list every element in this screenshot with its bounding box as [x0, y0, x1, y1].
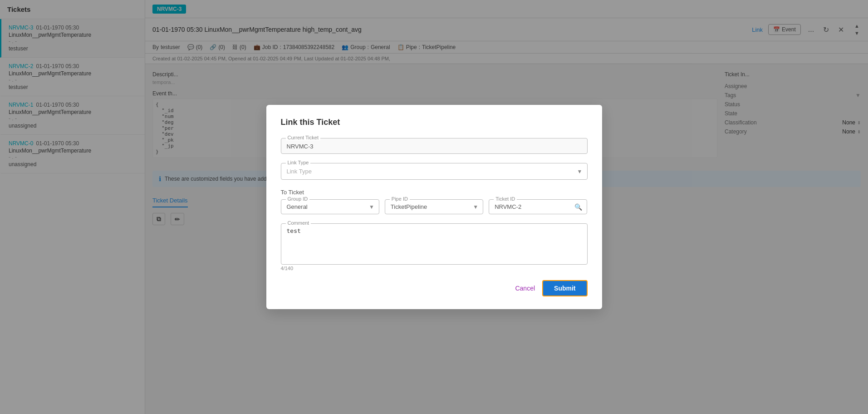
link-type-arrow-icon: ▼	[577, 168, 583, 175]
comment-count: 4/140	[281, 266, 588, 271]
group-id-label: Group ID	[286, 196, 310, 202]
ticket-id-label: Ticket ID	[494, 196, 517, 202]
current-ticket-value: NRVMC-3	[287, 143, 582, 150]
to-ticket-label: To Ticket	[281, 189, 588, 196]
pipe-id-field[interactable]: Pipe ID ▼	[385, 199, 483, 214]
link-ticket-modal: Link this Ticket Current Ticket NRVMC-3 …	[266, 105, 602, 309]
cancel-button[interactable]: Cancel	[515, 285, 535, 292]
pipe-id-group: Pipe ID ▼	[385, 199, 483, 214]
current-ticket-label: Current Ticket	[286, 135, 320, 140]
submit-button[interactable]: Submit	[542, 280, 587, 296]
group-id-arrow-icon: ▼	[369, 204, 374, 210]
modal-title: Link this Ticket	[281, 118, 588, 127]
ticket-id-input[interactable]	[495, 203, 581, 210]
link-type-label: Link Type	[286, 160, 311, 165]
comment-field[interactable]: Comment	[281, 223, 588, 265]
pipe-id-arrow-icon: ▼	[473, 204, 478, 210]
comment-label: Comment	[286, 220, 311, 226]
current-ticket-group: Current Ticket NRVMC-3	[281, 138, 588, 154]
ticket-id-field[interactable]: Ticket ID 🔍	[489, 199, 587, 214]
pipe-id-label: Pipe ID	[390, 196, 410, 202]
ticket-id-group: Ticket ID 🔍	[489, 199, 587, 214]
link-type-select[interactable]: Link Type	[287, 168, 582, 175]
to-ticket-row: Group ID ▼ Pipe ID ▼ Ticket ID 🔍	[281, 199, 588, 223]
modal-overlay: Link this Ticket Current Ticket NRVMC-3 …	[0, 0, 868, 414]
current-ticket-field: Current Ticket NRVMC-3	[281, 138, 588, 154]
group-id-field[interactable]: Group ID ▼	[281, 199, 379, 214]
ticket-id-search-icon: 🔍	[574, 203, 582, 211]
group-id-group: Group ID ▼	[281, 199, 379, 214]
comment-group: Comment 4/140	[281, 223, 588, 271]
link-type-field[interactable]: Link Type Link Type ▼	[281, 163, 588, 180]
comment-textarea[interactable]	[287, 227, 582, 259]
group-id-input[interactable]	[287, 203, 373, 210]
pipe-id-input[interactable]	[391, 203, 477, 210]
link-type-group: Link Type Link Type ▼	[281, 163, 588, 180]
modal-footer: Cancel Submit	[281, 280, 588, 296]
